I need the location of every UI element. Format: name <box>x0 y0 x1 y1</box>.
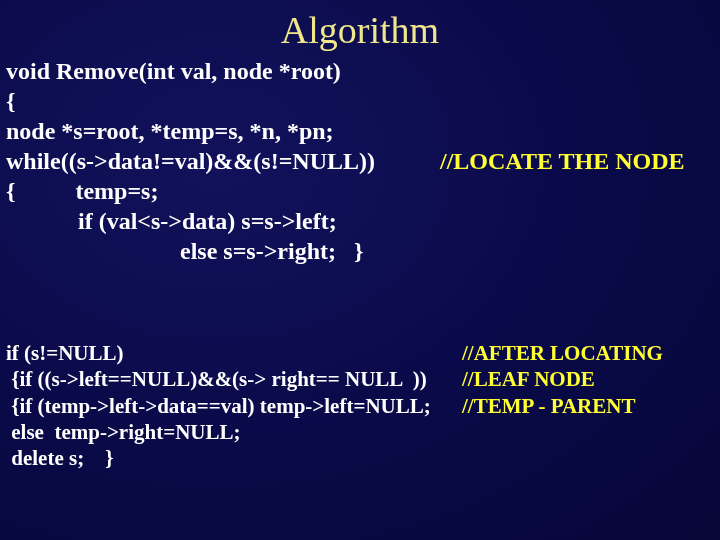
code-line: {if ((s->left==NULL)&&(s-> right== NULL … <box>6 367 427 391</box>
code-block-2: if (s!=NULL) {if ((s->left==NULL)&&(s-> … <box>6 340 431 471</box>
code-line: else s=s->right; } <box>6 238 363 264</box>
code-line: { <box>6 88 15 114</box>
code-line: void Remove(int val, node *root) <box>6 58 341 84</box>
code-line: else temp->right=NULL; <box>6 420 240 444</box>
slide: Algorithm void Remove(int val, node *roo… <box>0 0 720 540</box>
code-line: while((s->data!=val)&&(s!=NULL)) <box>6 148 375 174</box>
code-line: delete s; } <box>6 446 113 470</box>
comment-locate: //LOCATE THE NODE <box>440 148 685 175</box>
slide-title: Algorithm <box>0 0 720 52</box>
comment-line: //TEMP - PARENT <box>462 394 635 418</box>
code-line: if (val<s->data) s=s->left; <box>6 208 337 234</box>
code-line: node *s=root, *temp=s, *n, *pn; <box>6 118 334 144</box>
code-line: {if (temp->left->data==val) temp->left=N… <box>6 394 431 418</box>
code-line: if (s!=NULL) <box>6 341 124 365</box>
comment-line: //LEAF NODE <box>462 367 595 391</box>
comment-after: //AFTER LOCATING //LEAF NODE //TEMP - PA… <box>462 340 663 419</box>
code-block-1: void Remove(int val, node *root) { node … <box>6 56 375 266</box>
comment-line: //AFTER LOCATING <box>462 341 663 365</box>
code-line: { temp=s; <box>6 178 158 204</box>
